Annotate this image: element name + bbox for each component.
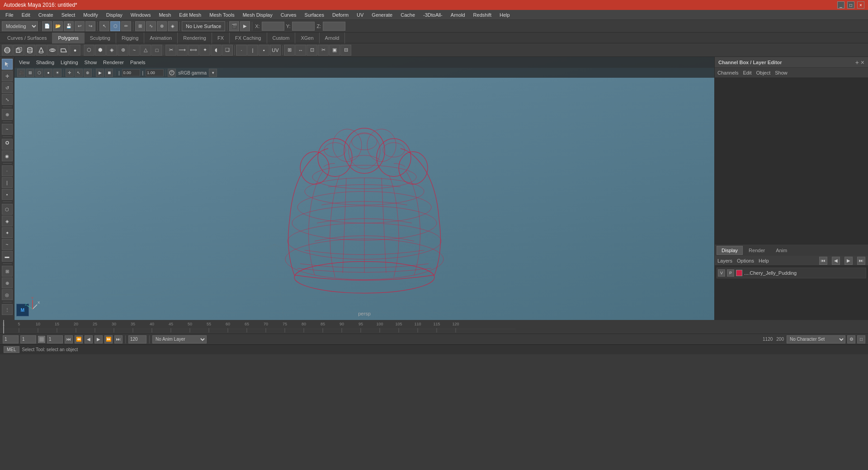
render-button[interactable]: 🎬	[229, 21, 239, 31]
redo-button[interactable]: ↪	[85, 21, 95, 31]
vsb-select-btn[interactable]: ↖	[75, 69, 83, 77]
select-tool-btn[interactable]	[2, 59, 13, 70]
x-field[interactable]	[262, 22, 284, 31]
tab-curves-surfaces[interactable]: Curves / Surfaces	[2, 33, 52, 43]
sculpt-btn[interactable]: ⬡	[2, 204, 13, 215]
move-tool-btn[interactable]: ✛	[2, 70, 13, 81]
vp-view-menu[interactable]: View	[17, 59, 32, 66]
menu-generate[interactable]: Generate	[368, 11, 396, 19]
layer-vis-v[interactable]: V	[718, 269, 725, 277]
bc-settings-btn[interactable]: ⚙	[847, 335, 855, 343]
cylinder-icon-btn[interactable]	[24, 45, 35, 56]
soft-select-btn[interactable]: ~	[2, 124, 13, 135]
paint-tool-button[interactable]: ✏	[121, 21, 131, 31]
vsb-stop-btn[interactable]: ⏹	[105, 69, 113, 77]
menu-file[interactable]: File	[2, 11, 17, 19]
tab-custom[interactable]: Custom	[267, 33, 296, 43]
layer-row[interactable]: V P ....Chery_Jelly_Pudding	[717, 268, 866, 278]
uv-mode-btn[interactable]: UV	[270, 45, 281, 56]
last-tool-btn[interactable]: ⊕	[2, 109, 13, 120]
menu-edit-mesh[interactable]: Edit Mesh	[175, 11, 205, 19]
paint-brush-btn[interactable]	[2, 139, 13, 150]
vp-lighting-menu[interactable]: Lighting	[59, 59, 80, 66]
plane-icon-btn[interactable]	[58, 45, 69, 56]
vsb-gamma-btn[interactable]	[168, 69, 176, 77]
play-fwd-btn[interactable]: ▶	[94, 335, 103, 343]
relax-btn[interactable]: ◈	[2, 216, 13, 226]
snap-surface-button[interactable]: ◈	[168, 21, 178, 31]
timeline-ruler[interactable]: 1 5 10 15 20 25 30 35 40	[0, 320, 868, 334]
bc-extra-btn[interactable]: □	[857, 335, 865, 343]
layer-vis-p[interactable]: P	[727, 269, 734, 277]
menu-mesh[interactable]: Mesh	[155, 11, 175, 19]
le-prev-btn[interactable]: ◀	[832, 257, 840, 265]
uv-shells-btn[interactable]: ▣	[329, 45, 340, 56]
bevel-btn[interactable]: ◈	[106, 45, 117, 56]
snap-point-button[interactable]: ⊕	[157, 21, 167, 31]
cb-object-menu[interactable]: Object	[756, 70, 770, 75]
mode-dropdown[interactable]: Modeling	[2, 21, 38, 31]
undo-button[interactable]: ↩	[75, 21, 85, 31]
new-file-button[interactable]: 📄	[42, 21, 52, 31]
menu-modify[interactable]: Modify	[80, 11, 101, 19]
scale-tool-btn[interactable]: ⤡	[2, 94, 13, 105]
maximize-button[interactable]: □	[847, 1, 854, 9]
offset-edge-btn[interactable]: ⟺	[188, 45, 199, 56]
vertex-mode-btn[interactable]: ·	[236, 45, 247, 56]
3d-viewport[interactable]: View Shading Lighting Show Renderer Pane…	[14, 57, 714, 320]
menu-display[interactable]: Display	[103, 11, 126, 19]
tab-fx[interactable]: FX	[212, 33, 230, 43]
le-end-btn[interactable]: ⏭	[857, 257, 865, 265]
menu-cache[interactable]: Cache	[397, 11, 419, 19]
flatten-btn[interactable]: ▬	[2, 251, 13, 262]
vsb-shade-btn[interactable]: ●	[44, 69, 52, 77]
poke-btn[interactable]: ✦	[199, 45, 210, 56]
extrude-btn[interactable]: ⬡	[84, 45, 94, 56]
start-frame-field[interactable]	[3, 335, 19, 343]
ipr-button[interactable]: ▶	[240, 21, 250, 31]
open-file-button[interactable]: 📂	[53, 21, 63, 31]
snap-pt-left-btn[interactable]: ⊕	[2, 277, 13, 288]
quadrangulate-btn[interactable]: □	[151, 45, 162, 56]
vp-panels-menu[interactable]: Panels	[128, 59, 147, 66]
mel-badge[interactable]: MEL	[4, 346, 19, 353]
normalize-btn[interactable]: ⊟	[340, 45, 351, 56]
snap-grid-button[interactable]: ⊞	[135, 21, 145, 31]
bridge-btn[interactable]: ⬢	[95, 45, 106, 56]
more-tools-btn[interactable]: ⋮	[2, 304, 13, 315]
vsb-grid-btn[interactable]: ⊞	[26, 69, 34, 77]
menu-surfaces[interactable]: Surfaces	[301, 11, 328, 19]
multi-cut-btn[interactable]: ✂	[165, 45, 176, 56]
tab-sculpting[interactable]: Sculpting	[85, 33, 116, 43]
uv-editor-btn[interactable]: ⊞	[284, 45, 295, 56]
vp-renderer-menu[interactable]: Renderer	[101, 59, 126, 66]
cube-icon-btn[interactable]	[13, 45, 24, 56]
component-face-btn[interactable]: ▪	[2, 189, 13, 200]
menu-create[interactable]: Create	[35, 11, 57, 19]
triangulate-btn[interactable]: △	[140, 45, 151, 56]
go-end-btn[interactable]: ⏭	[114, 335, 123, 343]
current-frame-field[interactable]	[20, 335, 36, 343]
tab-rigging[interactable]: Rigging	[116, 33, 144, 43]
channel-box-close-btn[interactable]: ×	[861, 59, 864, 66]
component-vertex-btn[interactable]: ·	[2, 165, 13, 176]
vsb-playback-btn[interactable]: ▶	[96, 69, 104, 77]
show-manipulator-btn[interactable]: ◉	[2, 150, 13, 161]
vsb-manip-btn[interactable]: ✛	[66, 69, 74, 77]
menu-edit[interactable]: Edit	[18, 11, 34, 19]
tab-arnold[interactable]: Arnold	[320, 33, 345, 43]
vsb-gamma-dropdown[interactable]: ▾	[209, 69, 217, 77]
tab-fx-caching[interactable]: FX Caching	[230, 33, 267, 43]
wedge-btn[interactable]: ◖	[211, 45, 222, 56]
menu-select[interactable]: Select	[58, 11, 79, 19]
menu-curves[interactable]: Curves	[277, 11, 300, 19]
z-field[interactable]	[323, 22, 345, 31]
vsb-wire-btn[interactable]: ⬡	[35, 69, 43, 77]
end-frame-field[interactable]	[47, 335, 63, 343]
menu-3dtoall[interactable]: -3DtoAll-	[420, 11, 446, 19]
component-edge-btn[interactable]: |	[2, 177, 13, 188]
step-back-btn[interactable]: ⏪	[75, 335, 83, 343]
tab-xgen[interactable]: XGen	[295, 33, 319, 43]
torus-icon-btn[interactable]	[47, 45, 58, 56]
disk-icon-btn[interactable]: ●	[70, 45, 80, 56]
